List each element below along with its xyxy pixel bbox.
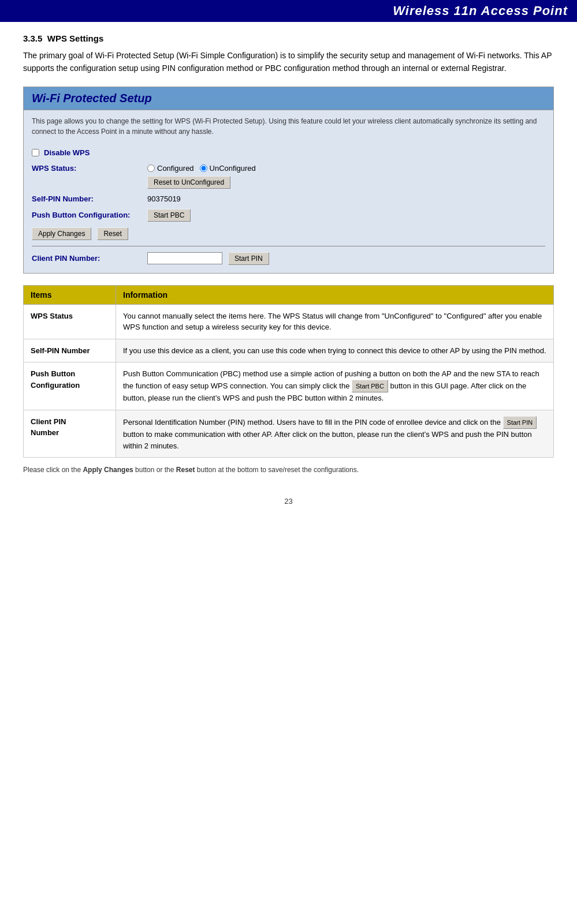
wps-status-row: WPS Status: Configured UnConfigured [32,164,545,173]
disable-wps-checkbox[interactable] [32,149,39,156]
wps-panel-title: Wi-Fi Protected Setup [24,87,553,110]
client-pin-input[interactable] [147,252,222,264]
client-pin-row: Client PIN Number: Start PIN [32,252,545,265]
intro-text: The primary goal of Wi-Fi Protected Setu… [23,49,554,75]
self-pin-value: 90375019 [147,194,181,203]
page-number: 23 [23,497,554,506]
client-pin-label: Client PIN Number: [32,254,147,263]
start-pin-button[interactable]: Start PIN [228,252,269,265]
start-pin-inline-button: Start PIN [503,416,537,429]
table-row: Client PINNumber Personal Identification… [24,410,554,458]
section-heading: 3.3.5 WPS Settings [23,33,554,43]
item-wps-status: WPS Status [24,304,116,339]
reset-button[interactable]: Reset [97,227,128,240]
client-pin-info-part1: Personal Identification Number (PIN) met… [123,417,503,426]
self-pin-label: Self-PIN Number: [32,194,147,203]
push-button-label: Push Button Configuration: [32,211,147,219]
wps-panel-body: Disable WPS WPS Status: Configured UnCon… [24,143,553,273]
wps-panel: Wi-Fi Protected Setup This page allows y… [23,87,554,274]
info-wps-status: You cannot manually select the items her… [116,304,554,339]
self-pin-row: Self-PIN Number: 90375019 [32,194,545,203]
start-pbc-inline-button: Start PBC [352,380,388,393]
info-push-button: Push Button Communication (PBC) method u… [116,362,554,410]
configured-radio-label[interactable]: Configured [147,164,194,173]
apply-reset-row: Apply Changes Reset [32,227,545,240]
header-title: Wireless 11n Access Point [393,3,568,18]
main-content: 3.3.5 WPS Settings The primary goal of W… [0,22,577,517]
table-row: WPS Status You cannot manually select th… [24,304,554,339]
item-client-pin: Client PINNumber [24,410,116,458]
footer-note: Please click on the Apply Changes button… [23,466,554,474]
item-push-button: Push ButtonConfiguration [24,362,116,410]
unconfigured-radio[interactable] [200,164,207,172]
section-title: WPS Settings [47,33,104,43]
col-items-header: Items [24,285,116,304]
wps-panel-description: This page allows you to change the setti… [24,110,553,143]
unconfigured-label-text: UnConfigured [210,164,256,173]
push-button-row: Push Button Configuration: Start PBC [32,209,545,222]
disable-wps-label: Disable WPS [44,148,90,157]
wps-status-label: WPS Status: [32,164,147,173]
table-row: Self-PIN Number If you use this device a… [24,339,554,362]
info-self-pin: If you use this device as a client, you … [116,339,554,362]
unconfigured-radio-label[interactable]: UnConfigured [200,164,256,173]
item-self-pin: Self-PIN Number [24,339,116,362]
disable-wps-row: Disable WPS [32,148,545,157]
reset-emphasis: Reset [176,466,195,474]
table-header-row: Items Information [24,285,554,304]
col-info-header: Information [116,285,554,304]
info-client-pin: Personal Identification Number (PIN) met… [116,410,554,458]
section-number: 3.3.5 [23,33,42,43]
reset-unconfigured-row: Reset to UnConfigured [147,176,545,189]
configured-label-text: Configured [157,164,194,173]
table-row: Push ButtonConfiguration Push Button Com… [24,362,554,410]
panel-divider [32,246,545,246]
reset-to-unconfigured-button[interactable]: Reset to UnConfigured [147,176,230,189]
wps-status-radio-group: Configured UnConfigured [147,164,256,173]
client-pin-info-part2: button to make communication with other … [123,430,532,450]
wps-status-radios: Configured UnConfigured [147,164,256,173]
info-table: Items Information WPS Status You cannot … [23,285,554,458]
apply-changes-button[interactable]: Apply Changes [32,227,91,240]
page-header: Wireless 11n Access Point [0,0,577,22]
configured-radio[interactable] [147,164,155,172]
apply-changes-emphasis: Apply Changes [83,466,133,474]
start-pbc-button[interactable]: Start PBC [147,209,191,222]
